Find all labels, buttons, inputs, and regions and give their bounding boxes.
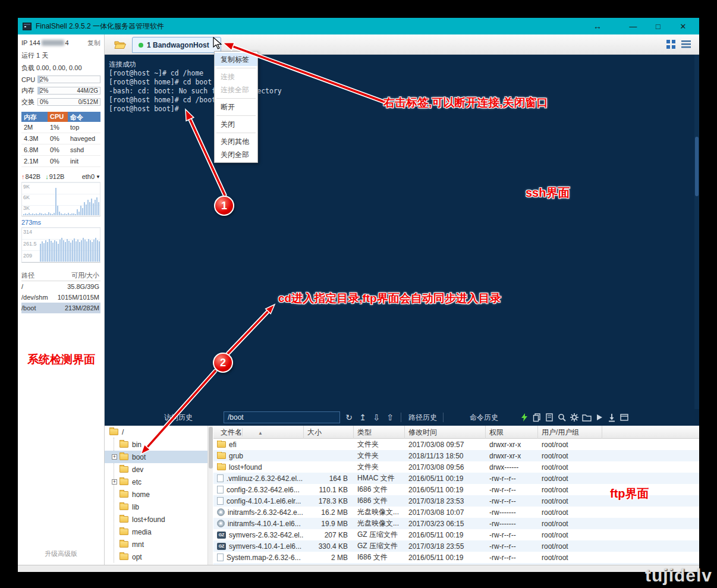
column-type[interactable]: 类型: [354, 426, 405, 439]
minimize-button[interactable]: —: [621, 22, 646, 31]
file-name: grub: [229, 452, 243, 460]
refresh-icon[interactable]: ↻: [344, 413, 354, 422]
maximize-button[interactable]: □: [646, 22, 671, 31]
file-mtime: 2018/11/13 18:50: [405, 452, 486, 460]
file-name-cell: config-4.10.4-1.el6.elr...: [213, 497, 304, 505]
file-name: initramfs-2.6.32-642.e...: [228, 508, 303, 517]
path-input[interactable]: [224, 411, 340, 423]
file-type: 光盘映像文...: [354, 518, 405, 529]
terminal-scrollbar[interactable]: [694, 55, 699, 409]
menu-item[interactable]: 连接: [215, 70, 257, 83]
file-owner: root/root: [538, 441, 602, 449]
tree-item-lostfound[interactable]: lost+found: [105, 513, 207, 526]
upload-icon[interactable]: ⇧: [385, 413, 395, 422]
file-icon: [217, 554, 224, 561]
file-name: .vmlinuz-2.6.32-642.el...: [227, 474, 303, 483]
file-row[interactable]: System.map-2.6.32-6...2 MBI686 文件2016/05…: [213, 552, 699, 563]
folder-open-icon[interactable]: [582, 413, 592, 422]
column-mtime[interactable]: 修改时间: [405, 426, 486, 439]
tree-scrollbar[interactable]: [207, 426, 213, 565]
file-row[interactable]: grub文件夹2018/11/13 18:50drwxr-xr-xroot/ro…: [213, 450, 699, 461]
network-header: ↑ 842B ↓ 912B eth0 ▼: [21, 172, 100, 181]
tree-item-media[interactable]: media: [105, 526, 207, 538]
grid-view-icon[interactable]: [666, 40, 675, 49]
tree-item-[interactable]: /: [105, 426, 207, 438]
file-row[interactable]: initramfs-2.6.32-642.e...16.2 MB光盘映像文...…: [213, 507, 699, 518]
column-owner[interactable]: 用户/用户组: [538, 426, 602, 439]
disk-row[interactable]: /dev/shm1015M/1015M: [21, 292, 100, 303]
gear-icon[interactable]: [570, 413, 579, 422]
tree-item-bin[interactable]: bin: [105, 438, 207, 451]
file-row[interactable]: lost+found文件夹2017/03/08 09:56drwx------r…: [213, 461, 699, 473]
chart-bar: [42, 241, 43, 262]
play-icon[interactable]: [595, 413, 604, 422]
path-history-button[interactable]: 路径历史: [408, 413, 437, 423]
copy-ip-button[interactable]: 复制: [87, 39, 100, 48]
menu-item[interactable]: 关闭其他: [215, 135, 257, 148]
download-icon[interactable]: ⇩: [372, 413, 381, 422]
chart-bar: [25, 213, 26, 215]
chart-bar: [27, 214, 28, 215]
command-history-button[interactable]: 命令历史: [470, 413, 498, 423]
process-header-cmd: 命令: [68, 112, 100, 122]
watermark: tujidelv: [645, 565, 712, 586]
menu-item[interactable]: 关闭: [215, 118, 257, 131]
search-icon[interactable]: [557, 413, 567, 422]
visit-history-button[interactable]: 访问历史: [164, 413, 193, 423]
copy-icon[interactable]: [532, 413, 542, 422]
disk-row[interactable]: /boot213M/282M: [21, 303, 100, 313]
window-icon[interactable]: [619, 413, 629, 422]
scrollbar-thumb[interactable]: [695, 137, 699, 196]
column-perm[interactable]: 权限: [486, 426, 538, 439]
tree-label: lost+found: [132, 515, 165, 524]
file-perm: drwx------: [486, 463, 538, 471]
file-row[interactable]: GZsymvers-2.6.32-642.el...207 KBGZ 压缩文件2…: [213, 529, 699, 540]
paste-icon[interactable]: [545, 413, 554, 422]
resize-icon[interactable]: ↔: [589, 21, 606, 31]
chart-bar: [55, 188, 56, 215]
tree-item-dev[interactable]: dev: [105, 463, 207, 476]
folder-icon: [217, 441, 226, 448]
gauge-detail: 0/512M: [78, 99, 98, 105]
column-size[interactable]: 大小: [304, 426, 354, 439]
menu-item[interactable]: 断开: [215, 100, 257, 114]
expand-icon[interactable]: +: [112, 454, 117, 460]
interface-select[interactable]: eth0: [82, 173, 95, 180]
tree-label: home: [132, 490, 150, 499]
scrollbar-thumb[interactable]: [209, 427, 213, 468]
menu-separator: [216, 133, 256, 133]
menu-item[interactable]: 关闭全部: [215, 148, 257, 161]
chart-bar: [29, 213, 30, 215]
window-title: FinalShell 2.9.5.2 一体化服务器管理软件: [36, 21, 164, 32]
tab-list-icon[interactable]: [681, 40, 691, 49]
file-name: symvers-2.6.32-642.el...: [229, 531, 304, 539]
menu-item[interactable]: 复制标签: [215, 53, 257, 66]
file-type: 文件夹: [354, 439, 405, 449]
tree-item-opt[interactable]: opt: [105, 551, 207, 563]
tree-item-home[interactable]: home: [105, 488, 207, 501]
file-row[interactable]: .vmlinuz-2.6.32-642.el...164 BHMAC 文件201…: [213, 473, 699, 484]
lightning-icon[interactable]: [520, 413, 529, 422]
ftp-toolbar: 访问历史 ↻ ↥ ⇩ ⇧ 路径历史 命令历史: [105, 409, 699, 426]
tree-item-mnt[interactable]: mnt: [105, 538, 207, 551]
file-row[interactable]: efi文件夹2017/03/08 09:57drwxr-xr-xroot/roo…: [213, 439, 699, 450]
disk-row[interactable]: /35.8G/39G: [21, 281, 100, 292]
chart-bar: [65, 242, 66, 262]
menu-item[interactable]: 连接全部: [215, 83, 257, 96]
tree-item-boot[interactable]: +boot: [105, 451, 207, 463]
column-filename[interactable]: 文件名▲: [213, 426, 304, 439]
file-row[interactable]: GZsymvers-4.10.4-1.el6...330.4 KBGZ 压缩文件…: [213, 540, 699, 552]
close-button[interactable]: ✕: [671, 22, 696, 31]
file-row[interactable]: initramfs-4.10.4-1.el6...19.9 MB光盘映像文...…: [213, 518, 699, 529]
download-arrow-icon[interactable]: [607, 413, 617, 422]
upgrade-link[interactable]: 升级高级版: [21, 549, 100, 558]
open-folder-icon[interactable]: [114, 40, 127, 49]
tree-item-lib[interactable]: lib: [105, 501, 207, 513]
file-size: 207 KB: [304, 531, 354, 539]
go-up-icon[interactable]: ↥: [358, 413, 367, 422]
session-tab[interactable]: 1 BandwagonHost: [132, 37, 221, 53]
tree-item-etc[interactable]: +etc: [105, 476, 207, 488]
gz-archive-icon: GZ: [217, 532, 226, 539]
toolbar-divider: [443, 413, 444, 422]
expand-icon[interactable]: +: [112, 479, 117, 485]
